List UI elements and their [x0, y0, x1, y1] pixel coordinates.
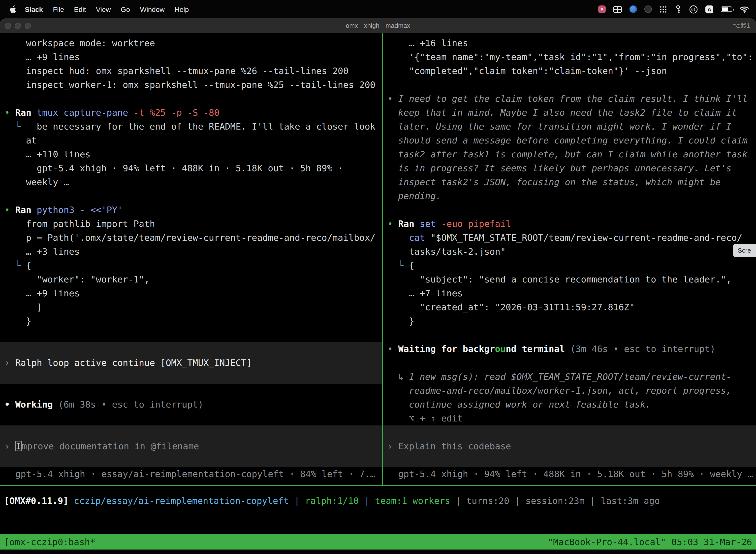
text-segment: (3m 46s • esc to interrupt): [565, 343, 715, 354]
prompt-input-right[interactable]: › Explain this codebase: [383, 426, 756, 467]
terminal-line: "completed","claim_token":"claim-token"}…: [387, 64, 756, 78]
text-segment: gpt-5.4 xhigh · 94% left · 488K in · 5.1…: [4, 163, 343, 173]
model-status-line: gpt-5.4 xhigh · essay/ai-reimplementatio…: [4, 467, 382, 481]
ghost-suggestion: mprove documentation in @filename: [21, 441, 199, 451]
mailbox-message-line: readme-and-reco/mailbox/worker-1.json, a…: [387, 384, 756, 398]
prompt-chevron: ›: [4, 441, 15, 451]
terminal-line: p = Path('.omx/state/team/review-current…: [4, 231, 382, 245]
text-segment: is in progress? It seems likely but perh…: [387, 163, 732, 173]
menu-item-view[interactable]: View: [91, 5, 116, 13]
text-segment: (6m 38s • esc to interrupt): [53, 399, 203, 409]
tmux-status-bar: [omx-cczip0:bash* "MacBook-Pro-44.local"…: [0, 534, 756, 550]
terminal-line: tasks/task-2.json": [387, 245, 756, 259]
terminal-line: }: [387, 314, 756, 328]
text-segment: inspect_hud: omx sparkshell --tmux-pane …: [4, 65, 349, 76]
thinking-line: keep that in mind. Maybe I also need the…: [387, 106, 756, 120]
turns-counter: turns:20: [466, 495, 509, 506]
terminal-pane-left[interactable]: workspace_mode: worktree … +9 lines insp…: [0, 33, 382, 485]
terminal-line: inspect_hud: omx sparkshell --tmux-pane …: [4, 64, 382, 78]
bullet: •: [387, 93, 398, 104]
text-segment: pending.: [387, 190, 441, 201]
apple-menu-icon[interactable]: [9, 5, 17, 13]
text-segment: nd terminal: [506, 343, 565, 354]
terminal-line: ]: [4, 300, 382, 314]
text-segment: later. Using the same for transition mig…: [387, 121, 732, 131]
blank-line: [4, 384, 382, 398]
blue-app-icon[interactable]: [630, 5, 637, 13]
battery-percent-gauge-icon[interactable]: 61: [689, 5, 698, 14]
text-segment: … +7 lines: [387, 288, 462, 298]
text-segment: cat: [409, 232, 425, 243]
terminal-pane-right[interactable]: … +16 lines '{"team_name":"my-team","tas…: [383, 33, 756, 485]
text-segment: I need to get the claim token from the c…: [398, 93, 748, 104]
text-segment: }: [4, 316, 31, 326]
prompt-input-left[interactable]: › Improve documentation in @filename: [0, 426, 382, 467]
menu-item-window[interactable]: Window: [135, 5, 170, 13]
input-source-icon[interactable]: A: [705, 5, 713, 13]
terminal-line: └ {: [387, 259, 756, 273]
session-duration: session:23m: [525, 495, 584, 506]
terminal-line: "created_at": "2026-03-31T11:59:27.816Z": [387, 300, 756, 314]
window-title-bar[interactable]: omx --xhigh --madmax ⌥⌘1: [0, 18, 756, 33]
tree-corner: └: [4, 121, 37, 131]
key-icon[interactable]: [675, 5, 682, 13]
blank-line: [387, 78, 756, 92]
text-segment: -t %25 -p -S -80: [128, 107, 219, 118]
bullet: •: [4, 399, 15, 409]
text-segment: 1 new msg(s): read $OMX_TEAM_STATE_ROOT/…: [409, 371, 732, 382]
text-segment: … +9 lines: [4, 52, 80, 62]
blank-line: [387, 203, 756, 217]
prompt-chevron: ›: [4, 357, 15, 368]
mailbox-message-line: ↳ 1 new msg(s): read $OMX_TEAM_STATE_ROO…: [387, 370, 756, 384]
pane-border-horizontal[interactable]: [0, 485, 756, 486]
dark-app-icon[interactable]: [644, 5, 652, 13]
blank-line: [4, 189, 382, 203]
bullet: •: [4, 107, 15, 118]
terminal-line: '{"team_name":"my-team","task_id":"1","f…: [387, 50, 756, 64]
terminal-line: gpt-5.4 xhigh · 94% left · 488K in · 5.1…: [4, 161, 382, 175]
waiting-status-line: • Waiting for background terminal (3m 46…: [387, 342, 756, 356]
text-segment: inspect_worker-1: omx sparkshell --tmux-…: [4, 79, 376, 90]
text-segment: Working: [15, 399, 53, 409]
omx-version: [OMX#0.11.9]: [4, 495, 74, 506]
terminal-line: at: [4, 133, 382, 148]
terminal-window: workspace_mode: worktree … +9 lines insp…: [0, 33, 756, 554]
dots-grid-icon[interactable]: [659, 5, 667, 13]
text-segment: continue assigned work or next feasible …: [387, 399, 651, 409]
window-grid-icon[interactable]: [613, 6, 622, 13]
menu-item-file[interactable]: File: [48, 5, 69, 13]
text-segment: "worker": "worker-1",: [4, 274, 149, 284]
menu-item-go[interactable]: Go: [116, 5, 135, 13]
terminal-line: "worker": "worker-1",: [4, 273, 382, 286]
battery-fill: [722, 7, 728, 11]
bullet: •: [4, 205, 15, 215]
omx-status-row: [OMX#0.11.9] cczip/essay/ai-reimplementa…: [0, 494, 756, 508]
menu-item-help[interactable]: Help: [170, 5, 194, 13]
active-app-name[interactable]: Slack: [20, 5, 48, 13]
tree-corner: └: [387, 260, 409, 271]
omx-status-line: [OMX#0.11.9] cczip/essay/ai-reimplementa…: [4, 494, 756, 508]
blank-line: [387, 328, 756, 342]
text-segment: workspace_mode: worktree: [4, 38, 155, 48]
wifi-icon[interactable]: [740, 6, 749, 13]
tmux-session-label: [omx-cczip0:bash*: [4, 535, 95, 549]
bullet: •: [387, 343, 398, 354]
session-path: cczip/essay/ai-reimplementation-copyleft: [74, 495, 289, 506]
terminal-line: … +16 lines: [387, 36, 756, 50]
pane-border-vertical[interactable]: [382, 33, 383, 485]
text-segment: tmux capture-pane: [37, 107, 128, 118]
edit-hint-line: ⌥ + ↑ edit: [387, 411, 756, 426]
text-segment: weekly …: [4, 177, 69, 187]
shimmer: ou: [495, 343, 506, 354]
text-segment: inspect task2's JSON, focusing on the st…: [387, 177, 721, 187]
menu-item-edit[interactable]: Edit: [69, 5, 91, 13]
text-segment: tasks/task-2.json": [387, 246, 506, 257]
text-segment: "$OMX_TEAM_STATE_ROOT/team/review-curren…: [425, 232, 742, 243]
screen-tooltip: Scre: [734, 244, 756, 257]
menubar-status-icons: 61 A: [598, 5, 756, 14]
model-status-line: gpt-5.4 xhigh · 94% left · 488K in · 5.1…: [387, 467, 756, 481]
terminal-line: weekly …: [4, 175, 382, 189]
text-segment: … +110 lines: [4, 149, 90, 159]
battery-icon[interactable]: [721, 6, 732, 12]
recording-indicator-icon[interactable]: [598, 5, 606, 13]
